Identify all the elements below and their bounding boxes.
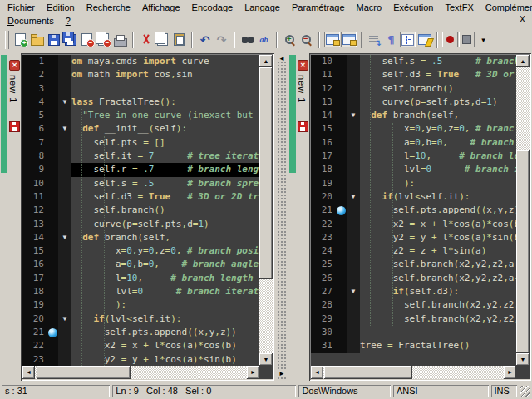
toolbar-gripper[interactable] [5,31,9,49]
code-line[interactable]: 22 x2 = x + l*cos(a)*cos(b) [22,339,259,352]
fold-collapse-icon[interactable]: ▼ [58,96,71,109]
splitter-collapse-right-icon[interactable]: ► [278,370,286,377]
replace-icon[interactable]: ab [256,32,272,47]
bookmark-margin[interactable] [336,231,347,244]
bookmark-margin[interactable] [336,150,347,163]
menu-param-trage[interactable]: Paramétrage [286,1,351,14]
bookmark-margin[interactable] [336,244,347,258]
scroll-up-icon[interactable]: ▲ [516,55,530,67]
fold-margin[interactable] [347,82,360,96]
save-all-icon[interactable] [62,32,78,47]
code-line[interactable]: 14▼ def branch(self, [311,109,516,122]
scroll-right-icon[interactable]: ► [247,366,259,379]
bookmark-margin[interactable] [47,218,58,231]
scroll-down-icon[interactable]: ▼ [516,353,530,366]
bookmark-margin[interactable] [47,190,58,204]
fold-margin[interactable] [347,326,360,339]
find-icon[interactable] [239,32,255,47]
zoom-in-icon[interactable]: + [282,32,298,47]
right-horizontal-scrollbar[interactable]: ◄ ► [311,366,516,379]
bookmark-margin[interactable] [47,298,58,312]
code-line[interactable]: 28 self.branch(x2,y2,z2,a [311,298,516,312]
code-line[interactable]: 12 self.branch() [311,82,516,96]
bookmark-margin[interactable] [336,326,347,339]
code-line[interactable]: 11 self.d3 = True # 3D or 2D [311,68,516,81]
scrollbar-thumb[interactable] [516,150,530,353]
fold-margin[interactable] [347,163,360,176]
bookmark-margin[interactable] [47,326,58,339]
left-vertical-scrollbar[interactable]: ▲ ▼ [259,55,273,366]
fold-margin[interactable] [58,55,71,68]
fold-margin[interactable] [347,313,360,326]
fold-margin[interactable] [347,258,360,271]
code-line[interactable]: 11 self.d3 = True # 3D or 2D tree [22,190,259,204]
fold-margin[interactable] [58,204,71,217]
close-all-icon[interactable]: − [96,32,111,47]
fold-margin[interactable] [58,244,71,258]
code-line[interactable]: 19 ): [22,298,259,312]
bookmark-margin[interactable] [47,150,58,163]
menu-textfx[interactable]: TextFX [439,1,479,14]
function-completion-icon[interactable] [416,32,432,47]
code-line[interactable]: 20▼ if(lvl<self.it): [22,313,259,326]
fold-margin[interactable] [347,136,360,150]
code-line[interactable]: 1om maya.cmds import curve [22,55,259,68]
code-line[interactable]: 6▼ def __init__(self): [22,122,259,135]
fold-margin[interactable] [347,244,360,258]
fold-margin[interactable] [58,218,71,231]
bookmark-margin[interactable] [336,258,347,271]
save-icon[interactable] [46,32,62,47]
fold-margin[interactable] [58,136,71,150]
code-line[interactable]: 24 z2 = z + l*sin(a) [311,244,516,258]
scrollbar-thumb[interactable] [37,366,131,379]
code-line[interactable]: 22 x2 = x + l*cos(a)*cos(b) [311,218,516,231]
menu-macro[interactable]: Macro [351,1,388,14]
bookmark-margin[interactable] [336,163,347,176]
bookmark-margin[interactable] [47,177,58,190]
left-code-view[interactable]: 1om maya.cmds import curve2om math impor… [22,55,259,366]
bookmark-margin[interactable] [336,55,347,68]
fold-margin[interactable] [347,150,360,163]
code-line[interactable]: 23 y2 = y + l*cos(a)*sin(b) [311,231,516,244]
code-line[interactable]: 15 x=0,y=0,z=0, # branc [311,122,516,135]
tab-close-icon[interactable]: ✕ [9,60,20,71]
fold-margin[interactable] [58,177,71,190]
fold-collapse-icon[interactable]: ▼ [347,109,360,122]
fold-margin[interactable] [347,177,360,190]
tab-close-icon[interactable]: ✕ [298,60,308,71]
left-tab-new1[interactable]: ✕ new 1 [1,55,21,173]
menu-ex-cution[interactable]: Exécution [387,1,439,14]
close-icon[interactable]: X [520,14,525,24]
bookmark-margin[interactable] [47,82,58,96]
fold-margin[interactable] [347,122,360,135]
code-line[interactable]: 16 a=0,b=0, # branch [311,136,516,150]
code-line[interactable]: 8 self.it = 7 # tree iterations [22,150,259,163]
menu-fichier[interactable]: Fichier [2,1,41,14]
fold-collapse-icon[interactable]: ▼ [347,285,360,298]
code-line[interactable]: 26 self.branch(x2,y2,z2,a-s [311,272,516,285]
scrollbar-thumb[interactable] [324,366,412,379]
right-code-view[interactable]: 10 self.s = .5 # branch spr11 self.d3 = … [311,55,516,366]
code-line[interactable]: 10 self.s = .5 # branch spreading [22,177,259,190]
code-line[interactable]: 18 lvl=0 # branch iteration [22,285,259,298]
fold-margin[interactable] [347,55,360,68]
fold-collapse-icon[interactable]: ▼ [58,313,71,326]
close-file-icon[interactable]: − [79,32,95,47]
code-line[interactable]: 21 self.pts.append((x,y,z)) [22,326,259,339]
bookmark-margin[interactable] [336,272,347,285]
pane-splitter[interactable]: ◄ ► [276,53,288,381]
print-icon[interactable] [112,32,128,47]
fold-margin[interactable] [347,231,360,244]
scroll-up-icon[interactable]: ▲ [259,55,273,67]
fold-margin[interactable] [58,326,71,339]
fold-margin[interactable] [58,339,71,352]
menu-recherche[interactable]: Recherche [81,1,136,14]
bookmark-margin[interactable] [47,109,58,122]
code-line[interactable]: 17 l=10, # branch le [311,150,516,163]
bookmark-margin[interactable] [47,339,58,352]
fold-margin[interactable] [58,285,71,298]
show-all-characters-icon[interactable]: ¶ [383,32,399,47]
fold-margin[interactable] [347,339,360,352]
scroll-right-icon[interactable]: ► [504,366,516,379]
menu-affichage[interactable]: Affichage [136,1,186,14]
